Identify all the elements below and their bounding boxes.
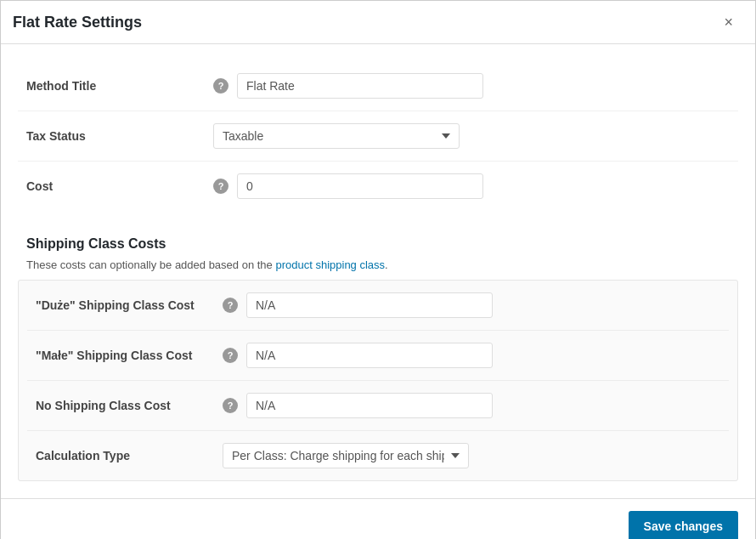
cost-label: Cost	[26, 179, 213, 193]
dze-help-icon: ?	[223, 298, 238, 313]
shipping-class-section: Shipping Class Costs These costs can opt…	[18, 228, 738, 481]
modal-title: Flat Rate Settings	[13, 14, 142, 31]
modal-flat-rate-settings: Flat Rate Settings × Method Title ? Tax …	[0, 0, 756, 539]
section-desc-prefix: These costs can optionally be added base…	[26, 258, 275, 271]
no-class-input[interactable]	[246, 393, 493, 418]
method-title-row: Method Title ?	[18, 61, 738, 111]
shipping-class-desc: These costs can optionally be added base…	[18, 258, 738, 280]
shipping-class-title: Shipping Class Costs	[18, 228, 738, 252]
calc-type-label: Calculation Type	[36, 449, 223, 462]
male-input[interactable]	[246, 343, 493, 368]
cost-row: Cost ?	[18, 162, 738, 211]
tax-status-label: Tax Status	[26, 129, 213, 143]
male-help-icon: ?	[223, 348, 238, 363]
no-class-help-icon: ?	[223, 398, 238, 413]
calc-type-select[interactable]: Per Class: Charge shipping for each ship…	[223, 443, 469, 468]
modal-footer: Save changes	[1, 498, 755, 539]
male-label: "Małe" Shipping Class Cost	[36, 349, 223, 362]
method-title-input[interactable]	[237, 73, 483, 99]
calc-type-row: Calculation Type Per Class: Charge shipp…	[27, 431, 729, 480]
method-title-label: Method Title	[26, 79, 213, 93]
no-class-label: No Shipping Class Cost	[36, 399, 223, 412]
modal-body: Method Title ? Tax Status Taxable None C…	[1, 44, 755, 498]
cost-input[interactable]	[237, 173, 483, 199]
save-changes-button[interactable]: Save changes	[629, 511, 738, 539]
dze-row: "Duże" Shipping Class Cost ?	[27, 281, 729, 331]
cost-help-icon: ?	[213, 179, 228, 194]
dze-input[interactable]	[246, 292, 493, 318]
dze-label: "Duże" Shipping Class Cost	[36, 298, 223, 312]
no-class-row: No Shipping Class Cost ?	[27, 381, 729, 431]
section-desc-suffix: .	[385, 258, 388, 271]
close-button[interactable]: ×	[719, 13, 738, 31]
tax-status-row: Tax Status Taxable None	[18, 111, 738, 162]
tax-status-select[interactable]: Taxable None	[213, 123, 460, 149]
shipping-class-rows: "Duże" Shipping Class Cost ? "Małe" Ship…	[18, 280, 738, 481]
product-shipping-class-link[interactable]: product shipping class	[275, 258, 385, 271]
modal-header: Flat Rate Settings ×	[1, 1, 755, 44]
method-title-help-icon: ?	[213, 78, 228, 94]
male-row: "Małe" Shipping Class Cost ?	[27, 331, 729, 381]
basic-settings-section: Method Title ? Tax Status Taxable None C…	[18, 61, 738, 219]
